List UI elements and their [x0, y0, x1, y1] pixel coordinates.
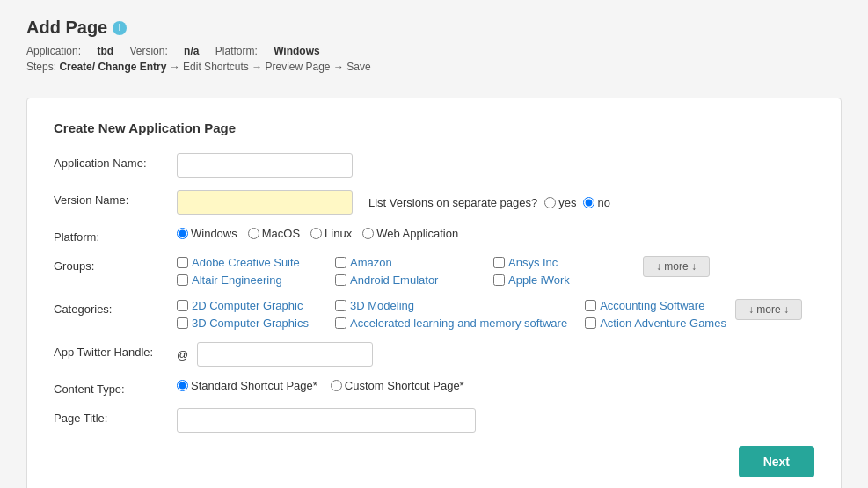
page-title-area: Add Page i [26, 18, 842, 38]
cat-2d[interactable]: 2D Computer Graphic [177, 299, 317, 312]
cat-accounting-link[interactable]: Accounting Software [600, 299, 704, 312]
groups-row: Groups: Adobe Creative Suite Altair Engi… [54, 256, 814, 287]
group-ansys-checkbox[interactable] [493, 257, 505, 268]
platform-linux[interactable]: Linux [310, 227, 352, 240]
groups-content: Adobe Creative Suite Altair Engineering … [177, 256, 814, 287]
app-name-content [177, 153, 814, 178]
categories-more-button[interactable]: ↓ more ↓ [735, 299, 802, 320]
cat-3d-model-link[interactable]: 3D Modeling [350, 299, 414, 312]
twitter-label: App Twitter Handle: [54, 342, 177, 359]
group-apple[interactable]: Apple iWork [493, 273, 634, 287]
content-type-row: Content Type: Standard Shortcut Page* Cu… [54, 379, 814, 396]
page-title-input[interactable] [177, 408, 476, 433]
cat-accel-link[interactable]: Accelerated learning and memory software [350, 317, 567, 330]
cat-accounting-checkbox[interactable] [585, 300, 596, 311]
group-altair[interactable]: Altair Engineering [177, 273, 317, 287]
info-icon[interactable]: i [113, 21, 127, 35]
group-amazon[interactable]: Amazon [335, 256, 476, 269]
list-versions-label: List Versions on separate pages? [368, 196, 537, 209]
content-type-label: Content Type: [54, 379, 177, 396]
version-name-row: Version Name: List Versions on separate … [54, 190, 814, 215]
group-altair-link[interactable]: Altair Engineering [192, 273, 282, 287]
groups-more-button[interactable]: ↓ more ↓ [643, 256, 710, 277]
steps-info: Steps: Create/ Change Entry → Edit Short… [26, 61, 842, 73]
groups-inner: Adobe Creative Suite Altair Engineering … [177, 256, 710, 287]
next-button[interactable]: Next [739, 446, 814, 477]
page-title-content [177, 408, 814, 433]
platform-content: Windows MacOS Linux Web Application [177, 227, 814, 240]
cat-3d-comp-link[interactable]: 3D Computer Graphics [192, 317, 309, 330]
application-meta: Application: tbd [26, 45, 116, 57]
categories-content: 2D Computer Graphic 3D Computer Graphics… [177, 299, 814, 330]
platform-webapp[interactable]: Web Application [362, 227, 458, 240]
platform-linux-radio[interactable] [310, 228, 322, 239]
content-standard-radio[interactable] [177, 380, 188, 391]
groups-col1: Adobe Creative Suite Altair Engineering [177, 256, 317, 287]
cat-accel[interactable]: Accelerated learning and memory software [335, 317, 567, 330]
twitter-row: App Twitter Handle: @ [54, 342, 814, 367]
cat-accel-checkbox[interactable] [335, 317, 346, 329]
groups-checkboxes: Adobe Creative Suite Altair Engineering … [177, 256, 634, 287]
twitter-input[interactable] [197, 342, 373, 367]
next-btn-wrapper: Next [54, 446, 814, 477]
group-amazon-checkbox[interactable] [335, 257, 346, 268]
platform-macos[interactable]: MacOS [248, 227, 300, 240]
version-name-content: List Versions on separate pages? yes no [177, 190, 814, 215]
cat-accounting[interactable]: Accounting Software [585, 299, 726, 312]
cat-3d-comp-checkbox[interactable] [177, 317, 188, 329]
cat-action[interactable]: Action Adventure Games [585, 317, 726, 330]
platform-label: Platform: [54, 227, 177, 244]
platform-row: Platform: Windows MacOS Linux Web Applic… [54, 227, 814, 244]
group-amazon-link[interactable]: Amazon [350, 256, 392, 269]
group-adobe-checkbox[interactable] [177, 257, 188, 268]
platform-macos-radio[interactable] [248, 228, 259, 239]
content-custom-radio[interactable] [331, 380, 342, 391]
app-name-row: Application Name: [54, 153, 814, 178]
group-ansys[interactable]: Ansys Inc [493, 256, 634, 269]
cat-2d-checkbox[interactable] [177, 300, 188, 311]
categories-label: Categories: [54, 299, 177, 316]
categories-inner: 2D Computer Graphic 3D Computer Graphics… [177, 299, 802, 330]
group-apple-link[interactable]: Apple iWork [508, 273, 570, 287]
group-android[interactable]: Android Emulator [335, 273, 476, 287]
platform-windows-radio[interactable] [177, 228, 188, 239]
cat-action-link[interactable]: Action Adventure Games [600, 317, 726, 330]
app-name-input[interactable] [177, 153, 353, 178]
categories-col1: 2D Computer Graphic 3D Computer Graphics [177, 299, 317, 330]
twitter-content: @ [177, 342, 814, 367]
version-name-input[interactable] [177, 190, 353, 215]
app-name-label: Application Name: [54, 153, 177, 170]
groups-label: Groups: [54, 256, 177, 273]
cat-3d-comp[interactable]: 3D Computer Graphics [177, 317, 317, 330]
version-name-label: Version Name: [54, 190, 177, 207]
card-title: Create New Application Page [54, 120, 814, 135]
cat-3d-model-checkbox[interactable] [335, 300, 346, 311]
categories-col2: 3D Modeling Accelerated learning and mem… [335, 299, 567, 330]
page-header: Add Page i Application: tbd Version: n/a… [26, 18, 842, 84]
group-apple-checkbox[interactable] [493, 274, 505, 286]
content-standard[interactable]: Standard Shortcut Page* [177, 379, 317, 392]
groups-col3: Ansys Inc Apple iWork [493, 256, 634, 287]
group-adobe[interactable]: Adobe Creative Suite [177, 256, 317, 269]
platform-webapp-radio[interactable] [362, 228, 374, 239]
group-android-checkbox[interactable] [335, 274, 346, 286]
cat-2d-link[interactable]: 2D Computer Graphic [192, 299, 303, 312]
at-symbol: @ [177, 348, 188, 361]
list-versions-no-radio[interactable] [583, 197, 594, 208]
group-ansys-link[interactable]: Ansys Inc [508, 256, 558, 269]
group-altair-checkbox[interactable] [177, 274, 188, 286]
cat-action-checkbox[interactable] [585, 317, 596, 329]
group-android-link[interactable]: Android Emulator [350, 273, 438, 287]
content-custom[interactable]: Custom Shortcut Page* [331, 379, 464, 392]
group-adobe-link[interactable]: Adobe Creative Suite [192, 256, 300, 269]
categories-checkboxes: 2D Computer Graphic 3D Computer Graphics… [177, 299, 726, 330]
list-versions-yes-radio[interactable] [544, 197, 556, 208]
version-meta: Version: n/a [129, 45, 201, 57]
platform-windows[interactable]: Windows [177, 227, 237, 240]
groups-col2: Amazon Android Emulator [335, 256, 476, 287]
cat-3d-model[interactable]: 3D Modeling [335, 299, 567, 312]
content-type-content: Standard Shortcut Page* Custom Shortcut … [177, 379, 814, 392]
page-title-row: Page Title: [54, 408, 814, 433]
list-versions-yes[interactable]: yes [544, 196, 576, 209]
list-versions-no[interactable]: no [583, 196, 609, 209]
